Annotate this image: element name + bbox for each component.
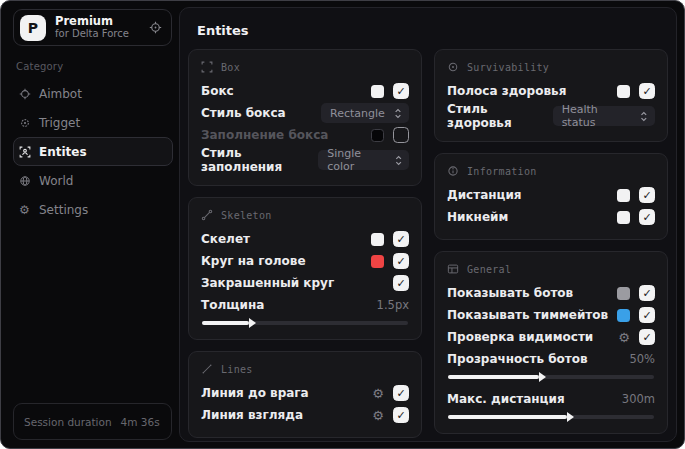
checkbox[interactable]: ✓ <box>393 253 409 269</box>
card-title: General <box>467 264 511 275</box>
setting-row-fill-style: Стиль заполнения Single color <box>201 146 409 174</box>
sort-arrows-icon <box>394 155 403 166</box>
slider-fill <box>202 321 249 325</box>
check-icon: ✓ <box>642 190 651 201</box>
check-icon: ✓ <box>396 410 405 421</box>
session-duration: Session duration 4m 36s <box>13 403 172 440</box>
app-logo: P <box>20 15 46 41</box>
thickness-slider[interactable] <box>202 321 408 325</box>
color-swatch[interactable] <box>617 211 630 224</box>
checkbox[interactable]: ✓ <box>639 209 655 225</box>
setting-row-thickness: Толщина 1.5px <box>201 294 409 316</box>
card-title: Skeleton <box>221 210 272 221</box>
checkbox[interactable]: ✓ <box>639 285 655 301</box>
checkbox[interactable]: ✓ <box>639 187 655 203</box>
checkbox[interactable]: ✓ <box>393 127 409 143</box>
setting-row-box-style: Стиль бокса Rectangle <box>201 102 409 124</box>
survivability-icon <box>447 61 459 73</box>
checkbox[interactable]: ✓ <box>393 231 409 247</box>
sidebar-item-trigget[interactable]: Trigget <box>13 108 173 137</box>
check-icon: ✓ <box>396 86 405 97</box>
setting-row-bot-opacity: Прозрачность ботов 50% <box>447 348 655 370</box>
check-icon: ✓ <box>396 234 405 245</box>
checkbox[interactable]: ✓ <box>639 329 655 345</box>
setting-row-box: Бокс ✓ <box>201 80 409 102</box>
session-label: Session duration <box>24 416 112 428</box>
checkbox[interactable]: ✓ <box>639 307 655 323</box>
setting-row-skeleton: Скелет ✓ <box>201 228 409 250</box>
setting-row-filled-circle: Закрашенный круг ✓ <box>201 272 409 294</box>
checkbox[interactable]: ✓ <box>393 385 409 401</box>
checkbox[interactable]: ✓ <box>393 407 409 423</box>
color-swatch[interactable] <box>617 85 630 98</box>
setting-row-health-style: Стиль здоровья Health status <box>447 102 655 130</box>
check-icon: ✓ <box>396 256 405 267</box>
health-style-dropdown[interactable]: Health status <box>553 106 655 126</box>
checkbox[interactable]: ✓ <box>393 275 409 291</box>
sidebar-nav: Aimbot Trigget Entites <box>13 79 173 224</box>
card-title: Box <box>221 62 240 73</box>
main-panel: Entites Box Бокс <box>179 7 677 442</box>
setting-row-health-bar: Полоса здоровья ✓ <box>447 80 655 102</box>
card-title: Lines <box>221 364 253 375</box>
check-icon: ✓ <box>642 86 651 97</box>
card-information: Information Дистанция ✓ Никнейм ✓ <box>434 153 668 240</box>
checkbox[interactable]: ✓ <box>393 83 409 99</box>
card-box: Box Бокс ✓ Стиль бокса Rectangle <box>188 49 422 186</box>
setting-row-distance: Дистанция ✓ <box>447 184 655 206</box>
sidebar-item-world[interactable]: World <box>13 166 173 195</box>
color-swatch[interactable] <box>617 287 630 300</box>
setting-row-box-fill: Заполнение бокса ✓ <box>201 124 409 146</box>
grid-icon <box>447 263 459 275</box>
sidebar-item-label: World <box>39 174 73 188</box>
target-icon[interactable] <box>149 21 162 34</box>
app-subtitle: for Delta Force <box>55 28 140 40</box>
check-icon: ✓ <box>396 278 405 289</box>
info-icon <box>447 165 459 177</box>
sidebar: P Premium for Delta Force Category <box>1 1 178 448</box>
card-skeleton: Skeleton Скелет ✓ Круг на голове ✓ <box>188 197 422 340</box>
checkbox[interactable]: ✓ <box>639 83 655 99</box>
card-title: Information <box>467 166 537 177</box>
fill-style-dropdown[interactable]: Single color <box>318 150 409 170</box>
setting-row-show-teammates: Показывать тиммейтов ✓ <box>447 304 655 326</box>
setting-row-nickname: Никнейм ✓ <box>447 206 655 228</box>
color-swatch[interactable] <box>371 85 384 98</box>
check-icon: ✓ <box>396 388 405 399</box>
card-lines: Lines Линия до врага ⚙ ✓ Линия взгляда ⚙ <box>188 351 422 438</box>
bot-opacity-slider[interactable] <box>448 375 654 379</box>
slider-fill <box>448 375 539 379</box>
max-distance-slider[interactable] <box>448 415 654 419</box>
logo-card: P Premium for Delta Force <box>13 9 172 46</box>
card-title: Survivability <box>467 62 549 73</box>
gear-icon[interactable]: ⚙ <box>372 409 384 422</box>
sidebar-item-label: Aimbot <box>39 87 82 101</box>
sidebar-item-settings[interactable]: ⚙ Settings <box>13 195 173 224</box>
sidebar-item-label: Trigget <box>39 116 80 130</box>
slider-value: 300m <box>622 392 655 406</box>
entities-icon <box>18 146 31 158</box>
card-general: General Показывать ботов ✓ Показывать ти… <box>434 251 668 434</box>
slider-fill <box>448 415 567 419</box>
color-swatch[interactable] <box>371 233 384 246</box>
gear-icon: ⚙ <box>18 204 31 216</box>
setting-row-show-bots: Показывать ботов ✓ <box>447 282 655 304</box>
color-swatch[interactable] <box>617 309 630 322</box>
sidebar-item-entites[interactable]: Entites <box>13 137 173 166</box>
bone-icon <box>201 209 213 221</box>
sort-arrows-icon <box>639 111 649 122</box>
sidebar-item-aimbot[interactable]: Aimbot <box>13 79 173 108</box>
check-icon: ✓ <box>642 288 651 299</box>
page-title: Entites <box>197 23 668 38</box>
color-swatch[interactable] <box>371 129 384 142</box>
gear-icon[interactable]: ⚙ <box>618 331 630 344</box>
trigger-icon <box>18 117 31 129</box>
sidebar-item-label: Entites <box>39 145 87 159</box>
color-swatch[interactable] <box>617 189 630 202</box>
sort-arrows-icon <box>393 108 403 119</box>
gear-icon[interactable]: ⚙ <box>372 387 384 400</box>
box-style-dropdown[interactable]: Rectangle <box>321 103 409 123</box>
app-window: P Premium for Delta Force Category <box>0 0 685 449</box>
color-swatch[interactable] <box>371 255 384 268</box>
sidebar-item-label: Settings <box>39 203 88 217</box>
